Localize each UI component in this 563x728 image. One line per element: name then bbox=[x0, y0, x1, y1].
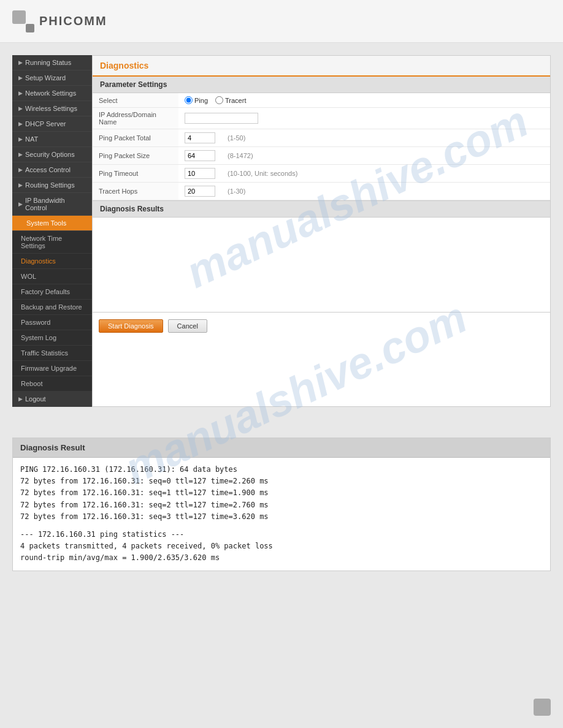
diagnosis-line: 4 packets transmitted, 4 packets receive… bbox=[20, 540, 543, 552]
cancel-button[interactable]: Cancel bbox=[168, 319, 207, 333]
select-row: Select Ping Tracert bbox=[93, 93, 550, 108]
ping-timeout-hint: (10-100, Unit: seconds) bbox=[221, 165, 550, 183]
ping-radio-label[interactable]: Ping bbox=[185, 96, 208, 104]
content-area: Diagnostics Parameter Settings Select Pi… bbox=[92, 55, 551, 407]
sidebar-item-routing-settings[interactable]: ▶ Routing Settings bbox=[12, 178, 92, 193]
ip-input[interactable] bbox=[185, 113, 258, 124]
tracert-hops-row: Tracert Hops (1-30) bbox=[93, 183, 550, 200]
radio-group: Ping Tracert bbox=[185, 96, 544, 104]
ping-total-input[interactable] bbox=[185, 132, 215, 143]
ping-size-row: Ping Packet Size (8-1472) bbox=[93, 147, 550, 165]
sidebar-subitem-factory-defaults[interactable]: Factory Defaults bbox=[12, 284, 92, 300]
ping-size-label: Ping Packet Size bbox=[93, 147, 178, 165]
param-table: Select Ping Tracert IP Addre bbox=[93, 93, 550, 200]
main-layout: ▶ Running Status▶ Setup Wizard▶ Network … bbox=[0, 43, 563, 419]
sidebar-subitem-diagnostics[interactable]: Diagnostics bbox=[12, 254, 92, 269]
sidebar-subitem-system-log[interactable]: System Log bbox=[12, 330, 92, 346]
sidebar-item-network-settings[interactable]: ▶ Network Settings bbox=[12, 86, 92, 101]
content-title: Diagnostics bbox=[100, 61, 148, 70]
tracert-hops-input-cell bbox=[178, 183, 221, 200]
diagnosis-line bbox=[20, 523, 543, 529]
tracert-label: Tracert bbox=[225, 97, 246, 104]
sidebar-subitem-network-time-settings[interactable]: Network Time Settings bbox=[12, 231, 92, 254]
logo-text: PHICOMM bbox=[39, 14, 107, 28]
ping-size-hint: (8-1472) bbox=[221, 147, 550, 165]
diagnosis-line: 72 bytes from 172.16.160.31: seq=0 ttl=1… bbox=[20, 476, 543, 487]
ip-row: IP Address/Domain Name bbox=[93, 108, 550, 129]
logo: PHICOMM bbox=[12, 10, 107, 32]
tracert-radio-label[interactable]: Tracert bbox=[215, 96, 246, 104]
diagnosis-line: 72 bytes from 172.16.160.31: seq=3 ttl=1… bbox=[20, 511, 543, 523]
ip-label: IP Address/Domain Name bbox=[93, 108, 178, 129]
diagnosis-line: --- 172.16.160.31 ping statistics --- bbox=[20, 529, 543, 540]
sidebar: ▶ Running Status▶ Setup Wizard▶ Network … bbox=[12, 55, 92, 407]
sidebar-item-security-options[interactable]: ▶ Security Options bbox=[12, 147, 92, 162]
sidebar-item-setup-wizard[interactable]: ▶ Setup Wizard bbox=[12, 70, 92, 86]
logo-square-bottom bbox=[26, 24, 34, 32]
header: PHICOMM bbox=[0, 0, 563, 43]
tracert-hops-label: Tracert Hops bbox=[93, 183, 178, 200]
sidebar-item-nat[interactable]: ▶ NAT bbox=[12, 132, 92, 147]
ping-timeout-input-cell bbox=[178, 165, 221, 183]
ping-total-hint: (1-50) bbox=[221, 129, 550, 147]
sidebar-item-ip-bandwidth-control[interactable]: ▶ IP Bandwidth Control bbox=[12, 193, 92, 216]
diagnosis-result-title: Diagnosis Result bbox=[13, 438, 550, 458]
sidebar-item-wireless-settings[interactable]: ▶ Wireless Settings bbox=[12, 101, 92, 116]
sidebar-item-access-control[interactable]: ▶ Access Control bbox=[12, 162, 92, 178]
start-diagnosis-button[interactable]: Start Diagnosis bbox=[99, 319, 163, 333]
ping-total-row: Ping Packet Total (1-50) bbox=[93, 129, 550, 147]
ping-total-input-cell bbox=[178, 129, 221, 147]
sidebar-item-running-status[interactable]: ▶ Running Status bbox=[12, 55, 92, 70]
sidebar-subitem-password[interactable]: Password bbox=[12, 315, 92, 330]
sidebar-subitem-backup-and-restore[interactable]: Backup and Restore bbox=[12, 300, 92, 315]
ping-size-input[interactable] bbox=[185, 150, 215, 161]
select-options: Ping Tracert bbox=[178, 93, 550, 108]
logo-icon bbox=[12, 10, 34, 32]
footer-decoration bbox=[534, 699, 551, 716]
button-bar: Start Diagnosis Cancel bbox=[93, 314, 550, 338]
diagnosis-line: 72 bytes from 172.16.160.31: seq=2 ttl=1… bbox=[20, 499, 543, 511]
tracert-hops-hint: (1-30) bbox=[221, 183, 550, 200]
diagnosis-result-content: PING 172.16.160.31 (172.16.160.31): 64 d… bbox=[13, 458, 550, 571]
diagnosis-line: round-trip min/avg/max = 1.900/2.635/3.6… bbox=[20, 552, 543, 564]
tracert-hops-input[interactable] bbox=[185, 186, 215, 197]
ping-total-label: Ping Packet Total bbox=[93, 129, 178, 147]
sidebar-item-dhcp-server[interactable]: ▶ DHCP Server bbox=[12, 116, 92, 132]
sidebar-subitem-traffic-statistics[interactable]: Traffic Statistics bbox=[12, 346, 92, 361]
content-header: Diagnostics bbox=[93, 56, 550, 77]
diagnosis-results-textarea[interactable] bbox=[93, 218, 550, 313]
ping-timeout-label: Ping Timeout bbox=[93, 165, 178, 183]
ping-size-input-cell bbox=[178, 147, 221, 165]
sidebar-subitem-reboot[interactable]: Reboot bbox=[12, 376, 92, 392]
diagnosis-line: 72 bytes from 172.16.160.31: seq=1 ttl=1… bbox=[20, 487, 543, 499]
diagnosis-line: PING 172.16.160.31 (172.16.160.31): 64 d… bbox=[20, 464, 543, 476]
ping-label: Ping bbox=[194, 97, 208, 104]
tracert-radio[interactable] bbox=[215, 96, 223, 104]
sidebar-item-logout[interactable]: ▶ Logout bbox=[12, 392, 92, 407]
param-section-header: Parameter Settings bbox=[93, 77, 550, 93]
diagnosis-result-box: Diagnosis Result PING 172.16.160.31 (172… bbox=[12, 438, 551, 571]
logo-square-top bbox=[12, 10, 26, 24]
select-label: Select bbox=[93, 93, 178, 108]
ping-radio[interactable] bbox=[185, 96, 193, 104]
ip-cell bbox=[178, 108, 550, 129]
sidebar-item-system-tools[interactable]: ▼ System Tools bbox=[12, 216, 92, 231]
results-section-header: Diagnosis Results bbox=[93, 200, 550, 218]
sidebar-subitem-wol[interactable]: WOL bbox=[12, 269, 92, 284]
ping-timeout-row: Ping Timeout (10-100, Unit: seconds) bbox=[93, 165, 550, 183]
ping-timeout-input[interactable] bbox=[185, 168, 215, 179]
sidebar-subitem-firmware-upgrade[interactable]: Firmware Upgrade bbox=[12, 361, 92, 376]
